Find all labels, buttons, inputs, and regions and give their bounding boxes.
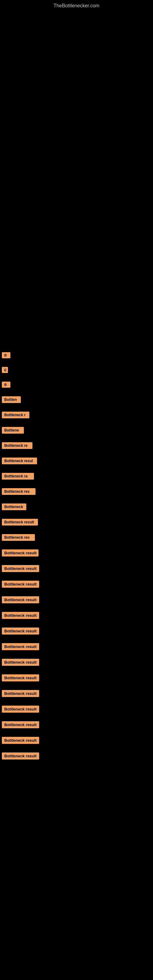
list-item[interactable]: B <box>1 348 153 363</box>
list-item[interactable]: Bottleneck resul <box>1 454 153 469</box>
list-item[interactable]: Bottleneck re <box>1 439 153 454</box>
list-item[interactable]: Bottleneck result <box>1 655 153 671</box>
list-item[interactable]: Bottleneck result <box>1 733 153 749</box>
list-item[interactable]: Bottleneck r <box>1 408 153 423</box>
list-item[interactable]: Bottleneck ra <box>1 469 153 485</box>
site-title: TheBottlenecker.com <box>0 0 153 12</box>
list-item[interactable]: B <box>1 378 153 393</box>
list-item[interactable]: Bottleneck <box>1 500 153 515</box>
list-item[interactable]: Bottleneck result <box>1 671 153 686</box>
suggestions-container: B E B Bottlen Bottleneck r Bottlene Bott… <box>0 348 153 764</box>
list-item[interactable]: Bottleneck result <box>1 562 153 577</box>
list-item[interactable]: Bottleneck result <box>1 702 153 718</box>
list-item[interactable]: Bottleneck result <box>1 608 153 624</box>
list-item[interactable]: Bottleneck result <box>1 546 153 562</box>
list-item[interactable]: Bottleneck result <box>1 640 153 655</box>
list-item[interactable]: Bottleneck result <box>1 593 153 608</box>
list-item[interactable]: Bottleneck result <box>1 515 153 530</box>
list-item[interactable]: Bottleneck result <box>1 686 153 702</box>
list-item[interactable]: Bottleneck result <box>1 624 153 640</box>
list-item[interactable]: Bottleneck res <box>1 530 153 546</box>
list-item[interactable]: E <box>1 363 153 378</box>
list-item[interactable]: Bottleneck result <box>1 718 153 733</box>
list-item[interactable]: Bottlene <box>1 423 153 439</box>
list-item[interactable]: Bottleneck result <box>1 577 153 593</box>
list-item[interactable]: Bottleneck result <box>1 749 153 764</box>
list-item[interactable]: Bottleneck res <box>1 485 153 500</box>
list-item[interactable]: Bottlen <box>1 393 153 408</box>
